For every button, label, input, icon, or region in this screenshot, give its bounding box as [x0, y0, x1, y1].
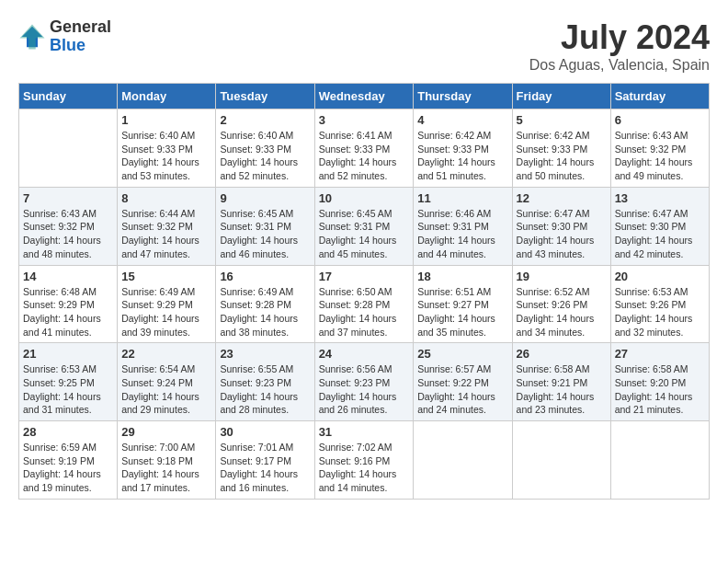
calendar-cell: [19, 109, 118, 188]
weekday-header: Saturday: [610, 84, 709, 109]
day-info: Sunrise: 6:50 AMSunset: 9:28 PMDaylight:…: [319, 285, 410, 339]
location-title: Dos Aguas, Valencia, Spain: [529, 57, 710, 74]
day-number: 5: [517, 113, 607, 127]
day-info: Sunrise: 6:52 AMSunset: 9:26 PMDaylight:…: [517, 285, 607, 339]
day-number: 27: [615, 347, 705, 361]
calendar-cell: 31Sunrise: 7:02 AMSunset: 9:16 PMDayligh…: [314, 421, 414, 500]
calendar-week-row: 1Sunrise: 6:40 AMSunset: 9:33 PMDaylight…: [19, 109, 710, 188]
calendar-cell: 20Sunrise: 6:53 AMSunset: 9:26 PMDayligh…: [610, 265, 709, 343]
day-info: Sunrise: 6:59 AMSunset: 9:19 PMDaylight:…: [23, 441, 113, 495]
day-info: Sunrise: 6:55 AMSunset: 9:23 PMDaylight:…: [220, 362, 310, 417]
day-info: Sunrise: 6:45 AMSunset: 9:31 PMDaylight:…: [319, 207, 410, 261]
day-number: 15: [121, 270, 211, 283]
day-info: Sunrise: 7:00 AMSunset: 9:18 PMDaylight:…: [121, 441, 211, 495]
day-info: Sunrise: 6:48 AMSunset: 9:29 PMDaylight:…: [23, 285, 113, 339]
calendar-cell: 14Sunrise: 6:48 AMSunset: 9:29 PMDayligh…: [19, 265, 118, 343]
day-number: 18: [417, 270, 507, 283]
day-info: Sunrise: 6:40 AMSunset: 9:33 PMDaylight:…: [121, 129, 211, 183]
day-info: Sunrise: 6:43 AMSunset: 9:32 PMDaylight:…: [23, 207, 113, 261]
day-number: 10: [319, 191, 410, 205]
day-info: Sunrise: 6:57 AMSunset: 9:22 PMDaylight:…: [417, 362, 507, 417]
weekday-header: Wednesday: [314, 84, 414, 109]
svg-marker-1: [20, 24, 45, 49]
calendar-cell: 17Sunrise: 6:50 AMSunset: 9:28 PMDayligh…: [314, 265, 414, 343]
calendar-cell: 30Sunrise: 7:01 AMSunset: 9:17 PMDayligh…: [216, 421, 314, 500]
calendar-week-row: 7Sunrise: 6:43 AMSunset: 9:32 PMDaylight…: [19, 187, 710, 265]
calendar-cell: 18Sunrise: 6:51 AMSunset: 9:27 PMDayligh…: [414, 265, 512, 343]
calendar-cell: 4Sunrise: 6:42 AMSunset: 9:33 PMDaylight…: [414, 109, 512, 188]
day-info: Sunrise: 6:58 AMSunset: 9:21 PMDaylight:…: [517, 362, 607, 417]
day-number: 28: [23, 425, 113, 439]
day-info: Sunrise: 6:49 AMSunset: 9:29 PMDaylight:…: [121, 285, 211, 339]
day-number: 14: [23, 270, 113, 283]
calendar-cell: 13Sunrise: 6:47 AMSunset: 9:30 PMDayligh…: [610, 187, 709, 265]
month-title: July 2024: [529, 18, 710, 57]
day-number: 30: [220, 425, 310, 439]
title-block: July 2024 Dos Aguas, Valencia, Spain: [529, 18, 710, 74]
calendar-cell: 3Sunrise: 6:41 AMSunset: 9:33 PMDaylight…: [314, 109, 414, 188]
logo-general: General: [50, 18, 111, 37]
day-info: Sunrise: 6:47 AMSunset: 9:30 PMDaylight:…: [517, 207, 607, 261]
logo-icon: [18, 23, 46, 51]
day-number: 11: [417, 191, 507, 205]
calendar-cell: 6Sunrise: 6:43 AMSunset: 9:32 PMDaylight…: [610, 109, 709, 188]
day-info: Sunrise: 6:42 AMSunset: 9:33 PMDaylight:…: [517, 129, 607, 183]
calendar-cell: 15Sunrise: 6:49 AMSunset: 9:29 PMDayligh…: [118, 265, 216, 343]
day-number: 23: [220, 347, 310, 361]
calendar-cell: 22Sunrise: 6:54 AMSunset: 9:24 PMDayligh…: [118, 343, 216, 421]
calendar-cell: 10Sunrise: 6:45 AMSunset: 9:31 PMDayligh…: [314, 187, 414, 265]
day-number: 12: [517, 191, 607, 205]
calendar-cell: 7Sunrise: 6:43 AMSunset: 9:32 PMDaylight…: [19, 187, 118, 265]
page-header: General Blue July 2024 Dos Aguas, Valenc…: [18, 18, 710, 74]
day-number: 17: [319, 270, 410, 283]
calendar-cell: [414, 421, 512, 500]
day-number: 16: [220, 270, 310, 283]
calendar-cell: 21Sunrise: 6:53 AMSunset: 9:25 PMDayligh…: [19, 343, 118, 421]
day-number: 22: [121, 347, 211, 361]
calendar-week-row: 14Sunrise: 6:48 AMSunset: 9:29 PMDayligh…: [19, 265, 710, 343]
day-info: Sunrise: 6:56 AMSunset: 9:23 PMDaylight:…: [319, 362, 410, 417]
logo-blue: Blue: [50, 37, 111, 55]
day-number: 3: [319, 113, 410, 127]
calendar-cell: 9Sunrise: 6:45 AMSunset: 9:31 PMDaylight…: [216, 187, 314, 265]
calendar-cell: 8Sunrise: 6:44 AMSunset: 9:32 PMDaylight…: [118, 187, 216, 265]
day-number: 21: [23, 347, 113, 361]
calendar-week-row: 21Sunrise: 6:53 AMSunset: 9:25 PMDayligh…: [19, 343, 710, 421]
day-number: 8: [121, 191, 211, 205]
calendar-week-row: 28Sunrise: 6:59 AMSunset: 9:19 PMDayligh…: [19, 421, 710, 500]
day-info: Sunrise: 6:40 AMSunset: 9:33 PMDaylight:…: [220, 129, 310, 183]
day-number: 29: [121, 425, 211, 439]
day-info: Sunrise: 6:41 AMSunset: 9:33 PMDaylight:…: [319, 129, 410, 183]
day-info: Sunrise: 6:54 AMSunset: 9:24 PMDaylight:…: [121, 362, 211, 417]
day-info: Sunrise: 6:53 AMSunset: 9:25 PMDaylight:…: [23, 362, 113, 417]
logo: General Blue: [18, 18, 111, 55]
calendar-cell: 26Sunrise: 6:58 AMSunset: 9:21 PMDayligh…: [512, 343, 610, 421]
calendar-cell: 19Sunrise: 6:52 AMSunset: 9:26 PMDayligh…: [512, 265, 610, 343]
day-number: 6: [615, 113, 705, 127]
day-info: Sunrise: 6:42 AMSunset: 9:33 PMDaylight:…: [417, 129, 507, 183]
day-info: Sunrise: 6:44 AMSunset: 9:32 PMDaylight:…: [121, 207, 211, 261]
calendar-cell: 24Sunrise: 6:56 AMSunset: 9:23 PMDayligh…: [314, 343, 414, 421]
day-number: 31: [319, 425, 410, 439]
day-number: 13: [615, 191, 705, 205]
weekday-header: Monday: [118, 84, 216, 109]
calendar-cell: 28Sunrise: 6:59 AMSunset: 9:19 PMDayligh…: [19, 421, 118, 500]
day-info: Sunrise: 7:02 AMSunset: 9:16 PMDaylight:…: [319, 441, 410, 495]
logo-text: General Blue: [50, 18, 111, 55]
weekday-header: Thursday: [414, 84, 512, 109]
calendar-cell: 16Sunrise: 6:49 AMSunset: 9:28 PMDayligh…: [216, 265, 314, 343]
weekday-header: Friday: [512, 84, 610, 109]
day-number: 7: [23, 191, 113, 205]
calendar-cell: 1Sunrise: 6:40 AMSunset: 9:33 PMDaylight…: [118, 109, 216, 188]
day-number: 9: [220, 191, 310, 205]
day-number: 19: [517, 270, 607, 283]
day-number: 26: [517, 347, 607, 361]
calendar-cell: 23Sunrise: 6:55 AMSunset: 9:23 PMDayligh…: [216, 343, 314, 421]
calendar-table: SundayMondayTuesdayWednesdayThursdayFrid…: [18, 83, 710, 500]
day-info: Sunrise: 6:58 AMSunset: 9:20 PMDaylight:…: [615, 362, 705, 417]
calendar-cell: 27Sunrise: 6:58 AMSunset: 9:20 PMDayligh…: [610, 343, 709, 421]
weekday-header: Tuesday: [216, 84, 314, 109]
day-number: 2: [220, 113, 310, 127]
day-info: Sunrise: 6:49 AMSunset: 9:28 PMDaylight:…: [220, 285, 310, 339]
calendar-cell: [610, 421, 709, 500]
